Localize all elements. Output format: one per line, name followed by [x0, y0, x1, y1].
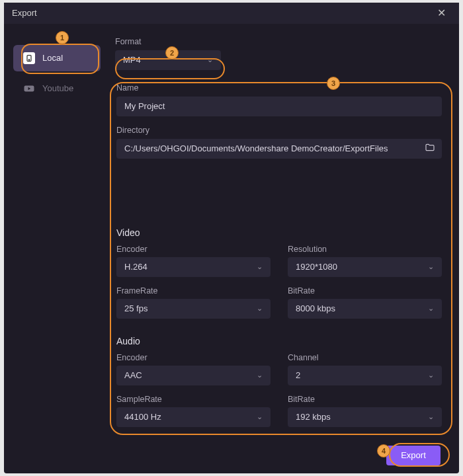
name-label: Name [116, 83, 442, 93]
video-encoder-group: Encoder H.264 ⌄ [116, 245, 271, 277]
folder-icon[interactable] [425, 142, 435, 155]
video-encoder-label: Encoder [116, 245, 271, 254]
directory-row: C:/Users/OHGOI/Documents/Wondershare Dem… [116, 139, 442, 159]
export-window: Export ✕ Local Youtube [4, 3, 459, 473]
sidebar-item-local[interactable]: Local [13, 45, 101, 71]
channel-value: 2 [296, 370, 300, 380]
video-encoder-value: H.264 [124, 262, 147, 272]
sidebar-item-youtube[interactable]: Youtube [13, 75, 101, 102]
framerate-label: FrameRate [116, 286, 271, 296]
video-bitrate-group: BitRate 8000 kbps ⌄ [288, 286, 442, 319]
video-grid: Encoder H.264 ⌄ Resolution 1920*1080 ⌄ [116, 245, 442, 319]
audio-grid: Encoder AAC ⌄ Channel 2 ⌄ [116, 353, 442, 427]
directory-group: Directory C:/Users/OHGOI/Documents/Wonde… [116, 126, 442, 159]
channel-select[interactable]: 2 ⌄ [288, 366, 442, 385]
video-section-title: Video [116, 227, 442, 238]
framerate-value: 25 fps [124, 303, 147, 313]
audio-bitrate-label: BitRate [288, 395, 442, 404]
window-title: Export [12, 8, 37, 18]
resolution-group: Resolution 1920*1080 ⌄ [288, 245, 442, 277]
footer: Export [4, 438, 459, 473]
chevron-down-icon: ⌄ [207, 56, 213, 64]
channel-label: Channel [288, 353, 442, 362]
video-bitrate-label: BitRate [288, 286, 442, 296]
directory-value: C:/Users/OHGOI/Documents/Wondershare Dem… [124, 143, 418, 153]
sidebar: Local Youtube [13, 36, 101, 438]
samplerate-select[interactable]: 44100 Hz ⌄ [116, 407, 271, 427]
samplerate-label: SampleRate [116, 395, 271, 404]
window-body: Local Youtube Format MP4 ⌄ Name [4, 24, 459, 438]
resolution-value: 1920*1080 [296, 262, 337, 272]
audio-encoder-select[interactable]: AAC ⌄ [116, 366, 271, 385]
directory-label: Directory [116, 126, 442, 135]
chevron-down-icon: ⌄ [428, 371, 434, 379]
export-button[interactable]: Export [386, 446, 441, 465]
name-group: Name [116, 83, 442, 116]
resolution-select[interactable]: 1920*1080 ⌄ [288, 257, 442, 277]
settings-panel: Name Directory C:/Users/OHGOI/Documents/… [115, 79, 443, 438]
format-select[interactable]: MP4 ⌄ [115, 50, 221, 70]
samplerate-value: 44100 Hz [124, 412, 161, 422]
audio-encoder-group: Encoder AAC ⌄ [116, 353, 271, 385]
resolution-label: Resolution [288, 245, 442, 254]
video-encoder-select[interactable]: H.264 ⌄ [116, 257, 271, 277]
format-group: Format MP4 ⌄ [115, 37, 443, 70]
framerate-select[interactable]: 25 fps ⌄ [116, 299, 271, 319]
chevron-down-icon: ⌄ [257, 304, 263, 313]
format-value: MP4 [123, 55, 141, 65]
close-icon[interactable]: ✕ [432, 4, 451, 22]
youtube-icon [22, 82, 36, 95]
samplerate-group: SampleRate 44100 Hz ⌄ [116, 395, 271, 427]
main-panel: Format MP4 ⌄ Name Directory C:/Users/OHG… [101, 36, 450, 438]
svg-point-1 [28, 60, 30, 61]
chevron-down-icon: ⌄ [428, 304, 434, 313]
titlebar: Export ✕ [4, 3, 459, 24]
chevron-down-icon: ⌄ [257, 262, 263, 271]
chevron-down-icon: ⌄ [428, 413, 434, 421]
audio-section-title: Audio [116, 336, 442, 346]
audio-encoder-value: AAC [124, 370, 142, 380]
audio-encoder-label: Encoder [116, 353, 271, 362]
sidebar-item-label: Youtube [42, 83, 73, 93]
format-label: Format [115, 37, 443, 46]
audio-bitrate-value: 192 kbps [296, 412, 331, 422]
video-bitrate-select[interactable]: 8000 kbps ⌄ [288, 299, 442, 319]
audio-bitrate-select[interactable]: 192 kbps ⌄ [288, 407, 442, 427]
chevron-down-icon: ⌄ [257, 413, 263, 421]
audio-bitrate-group: BitRate 192 kbps ⌄ [288, 395, 442, 427]
chevron-down-icon: ⌄ [428, 262, 434, 271]
framerate-group: FrameRate 25 fps ⌄ [116, 286, 271, 319]
name-input[interactable] [116, 97, 442, 116]
chevron-down-icon: ⌄ [257, 371, 263, 379]
video-bitrate-value: 8000 kbps [296, 303, 335, 313]
sidebar-item-label: Local [42, 53, 63, 63]
channel-group: Channel 2 ⌄ [288, 353, 442, 385]
local-icon [22, 52, 36, 65]
